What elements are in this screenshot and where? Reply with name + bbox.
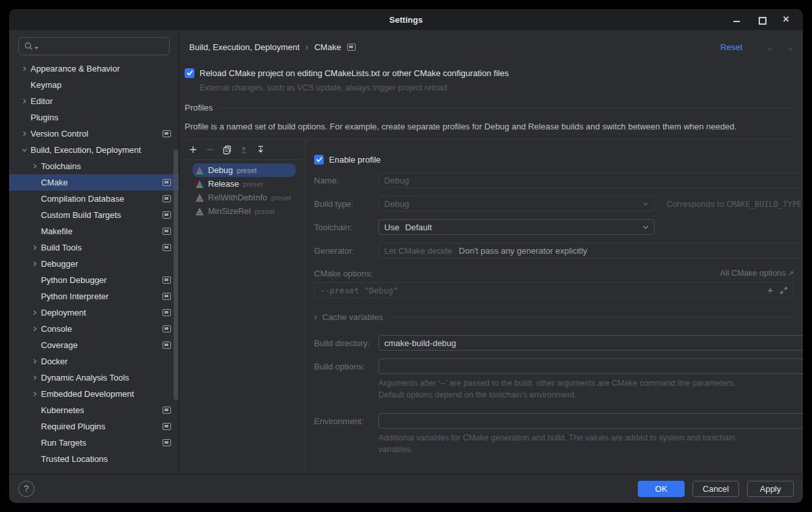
chevron-right-icon[interactable] bbox=[19, 131, 29, 137]
build-type-value: Debug bbox=[384, 199, 409, 209]
cmake-logo-icon bbox=[195, 193, 204, 202]
maximize-icon[interactable] bbox=[757, 16, 765, 23]
profile-item-release[interactable]: Releasepreset bbox=[192, 177, 296, 191]
chevron-right-icon[interactable] bbox=[29, 310, 40, 316]
chevron-right-icon[interactable] bbox=[29, 163, 40, 169]
reload-cmake-checkbox[interactable] bbox=[185, 68, 194, 78]
sidebar-scrollbar[interactable] bbox=[174, 150, 178, 400]
all-cmake-options-link[interactable]: All CMake options ↗ bbox=[720, 269, 794, 278]
sidebar-item-run-targets[interactable]: Run Targets bbox=[9, 435, 179, 451]
sidebar-item-coverage[interactable]: Coverage bbox=[9, 337, 179, 353]
sidebar-item-compilation-database[interactable]: Compilation Database bbox=[9, 191, 179, 207]
apply-button[interactable]: Apply bbox=[747, 481, 794, 497]
toolchain-select[interactable]: Use Default bbox=[378, 219, 655, 235]
forward-arrow-icon[interactable]: → bbox=[785, 42, 794, 53]
sidebar-item-editor[interactable]: Editor bbox=[9, 93, 179, 109]
breadcrumb: Build, Execution, Deployment › CMake Res… bbox=[189, 40, 794, 53]
chevron-right-icon[interactable] bbox=[19, 66, 29, 72]
name-field[interactable]: Debug bbox=[378, 172, 803, 188]
sidebar-item-python-interpreter[interactable]: Python Interpreter bbox=[9, 288, 179, 304]
search-history-caret-icon[interactable] bbox=[34, 47, 38, 49]
build-directory-field[interactable]: cmake-build-debug bbox=[378, 335, 803, 351]
reload-cmake-label[interactable]: Reload CMake project on editing CMakeLis… bbox=[200, 68, 508, 78]
chevron-right-icon[interactable] bbox=[29, 326, 40, 332]
sidebar-item-build-tools[interactable]: Build Tools bbox=[9, 239, 179, 256]
chevron-down-icon[interactable] bbox=[19, 147, 29, 153]
chevron-right-icon[interactable] bbox=[29, 261, 40, 267]
profile-item-minsizerel[interactable]: MinSizeRelpreset bbox=[192, 204, 296, 218]
sidebar-item-dynamic-analysis-tools[interactable]: Dynamic Analysis Tools bbox=[9, 370, 179, 386]
sidebar-item-trusted-locations[interactable]: Trusted Locations bbox=[9, 451, 179, 467]
titlebar[interactable]: Settings ✕ bbox=[9, 9, 803, 30]
profile-list-panel: DebugpresetReleasepresetRelWithDebInfopr… bbox=[185, 140, 306, 474]
add-profile-button[interactable] bbox=[188, 144, 198, 155]
cmake-options-field[interactable]: --preset "Debug" + bbox=[314, 282, 794, 298]
reset-link[interactable]: Reset bbox=[720, 42, 742, 52]
chevron-right-icon[interactable] bbox=[19, 98, 29, 104]
sidebar-item-plugins[interactable]: Plugins bbox=[9, 109, 179, 126]
minimize-icon[interactable] bbox=[733, 16, 740, 23]
close-icon[interactable]: ✕ bbox=[782, 16, 790, 23]
build-options-label: Build options: bbox=[314, 362, 378, 371]
chevron-right-icon[interactable] bbox=[29, 391, 40, 397]
breadcrumb-current[interactable]: CMake bbox=[314, 42, 341, 52]
remove-profile-button[interactable] bbox=[205, 144, 215, 155]
sidebar-item-makefile[interactable]: Makefile bbox=[9, 223, 179, 239]
sidebar-item-python-debugger[interactable]: Python Debugger bbox=[9, 272, 179, 288]
checkmark-icon bbox=[316, 157, 322, 163]
sidebar-item-debugger[interactable]: Debugger bbox=[9, 256, 179, 272]
sidebar-item-label: Custom Build Targets bbox=[41, 210, 121, 220]
sidebar-item-appearance-behavior[interactable]: Appearance & Behavior bbox=[9, 61, 179, 77]
sidebar-item-required-plugins[interactable]: Required Plugins bbox=[9, 418, 179, 435]
chevron-right-icon[interactable]: › bbox=[314, 312, 317, 322]
cache-variables-label[interactable]: Cache variables bbox=[322, 312, 383, 322]
back-arrow-icon[interactable]: ← bbox=[766, 42, 776, 53]
sidebar-item-label: Build Tools bbox=[41, 243, 82, 252]
add-option-icon[interactable]: + bbox=[767, 286, 773, 295]
breadcrumb-parent[interactable]: Build, Execution, Deployment bbox=[189, 42, 300, 52]
sidebar-item-label: Appearance & Behavior bbox=[31, 64, 120, 74]
environment-field[interactable] bbox=[378, 413, 803, 429]
copy-profile-button[interactable] bbox=[222, 144, 232, 155]
build-type-hint: Corresponds to CMAKE_BUILD_TYPE bbox=[666, 199, 802, 209]
sidebar-item-deployment[interactable]: Deployment bbox=[9, 304, 179, 321]
sidebar-item-toolchains[interactable]: Toolchains bbox=[9, 158, 179, 174]
build-type-select[interactable]: Debug bbox=[378, 196, 655, 211]
search-input[interactable] bbox=[18, 37, 170, 55]
profile-item-debug[interactable]: Debugpreset bbox=[192, 163, 296, 177]
window-icon bbox=[163, 407, 171, 414]
sidebar-item-cmake[interactable]: CMake bbox=[9, 174, 179, 191]
move-up-button[interactable] bbox=[239, 144, 249, 155]
sidebar-item-version-control[interactable]: Version Control bbox=[9, 126, 179, 142]
sidebar-item-custom-build-targets[interactable]: Custom Build Targets bbox=[9, 207, 179, 223]
sidebar-item-keymap[interactable]: Keymap bbox=[9, 77, 179, 93]
settings-tree: Appearance & BehaviorKeymapEditorPlugins… bbox=[9, 61, 179, 467]
enable-profile-label[interactable]: Enable profile bbox=[329, 155, 381, 165]
cache-variables-section[interactable]: › Cache variables bbox=[314, 312, 794, 322]
move-down-button[interactable] bbox=[255, 144, 266, 155]
name-label: Name: bbox=[314, 176, 378, 185]
help-button[interactable]: ? bbox=[18, 481, 34, 497]
expand-icon[interactable] bbox=[779, 286, 788, 295]
chevron-right-icon[interactable] bbox=[29, 375, 40, 381]
sidebar-item-kubernetes[interactable]: Kubernetes bbox=[9, 402, 179, 418]
sidebar-item-docker[interactable]: Docker bbox=[9, 353, 179, 370]
window-icon bbox=[163, 211, 171, 219]
ok-button[interactable]: OK bbox=[638, 481, 685, 497]
window-icon bbox=[163, 179, 171, 186]
chevron-right-icon[interactable] bbox=[29, 245, 40, 250]
profile-preset-tag: preset bbox=[271, 194, 291, 202]
window-icon bbox=[163, 325, 171, 332]
sidebar-item-build-execution-deployment[interactable]: Build, Execution, Deployment bbox=[9, 142, 179, 158]
cancel-button[interactable]: Cancel bbox=[692, 481, 739, 497]
profile-name: RelWithDebInfo bbox=[208, 193, 267, 202]
build-options-field[interactable] bbox=[378, 358, 803, 374]
sidebar-item-console[interactable]: Console bbox=[9, 321, 179, 337]
enable-profile-checkbox[interactable] bbox=[314, 155, 324, 165]
sidebar-item-label: CMake bbox=[41, 178, 68, 187]
chevron-right-icon[interactable] bbox=[29, 358, 40, 364]
sidebar-item-label: Plugins bbox=[31, 113, 59, 122]
generator-select[interactable]: Let CMake decide Don't pass any generato… bbox=[378, 243, 803, 258]
profile-item-relwithdebinfo[interactable]: RelWithDebInfopreset bbox=[192, 191, 296, 204]
sidebar-item-embedded-development[interactable]: Embedded Development bbox=[9, 386, 179, 402]
